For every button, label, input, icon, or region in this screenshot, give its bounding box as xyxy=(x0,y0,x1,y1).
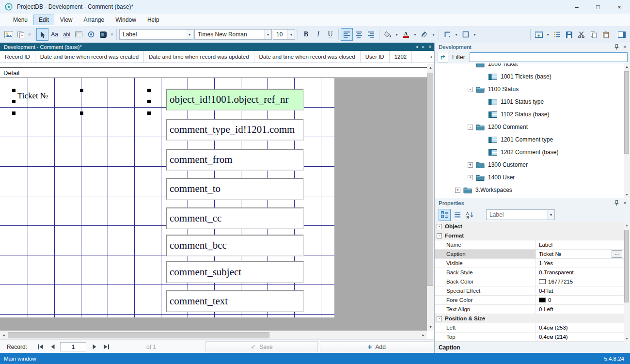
font-size-combo[interactable]: 10▾ xyxy=(273,29,295,40)
view-mode-button[interactable] xyxy=(2,28,15,41)
scrollbar-thumb[interactable] xyxy=(427,73,433,286)
textbox-comment-subject[interactable]: comment_subject xyxy=(166,261,304,283)
close-button[interactable]: × xyxy=(609,0,630,14)
scroll-left-icon[interactable]: ◄ xyxy=(0,331,7,339)
paste-button[interactable] xyxy=(599,28,612,41)
property-value[interactable]: 0,4см (214) xyxy=(536,332,624,341)
scroll-up-icon[interactable]: ▲ xyxy=(624,222,630,228)
select-tool-button[interactable] xyxy=(36,28,48,41)
property-row-special-effect[interactable]: Special Effect0-Flat xyxy=(435,286,624,296)
chevron-down-icon[interactable]: ▾ xyxy=(545,28,551,41)
ellipsis-button[interactable]: ... xyxy=(612,250,622,258)
field-button-record-id[interactable]: Record ID xyxy=(0,51,35,63)
selection-handle[interactable] xyxy=(147,89,151,92)
alphabetical-view-button[interactable] xyxy=(451,209,463,221)
textbox-comment-type-id-1201-comm[interactable]: comment_type_id!1201.comm xyxy=(166,119,304,141)
align-left-button[interactable] xyxy=(341,28,353,41)
minimize-button[interactable]: – xyxy=(566,0,587,14)
copy-object-button[interactable] xyxy=(15,28,27,41)
maximize-button[interactable]: □ xyxy=(587,0,609,14)
align-right-button[interactable] xyxy=(365,28,377,41)
textbox-comment-to[interactable]: comment_to xyxy=(166,178,304,200)
chevron-down-icon[interactable]: ▾ xyxy=(472,28,478,41)
property-row-left[interactable]: Left0,4см (253) xyxy=(435,323,624,332)
chevron-down-icon[interactable]: ▾ xyxy=(430,28,437,41)
property-row-fore-color[interactable]: Fore Color0 xyxy=(435,296,624,305)
tree-item-1201-comment-type[interactable]: +1201 Comment type xyxy=(435,133,624,146)
tree-item-1102-status-base[interactable]: +1102 Status (base) xyxy=(435,108,624,121)
property-row-back-color[interactable]: Back Color16777215 xyxy=(435,277,624,286)
property-value[interactable]: 0-Flat xyxy=(536,286,624,295)
bold-button[interactable]: B xyxy=(300,28,312,41)
label-tool-button[interactable]: Aa xyxy=(48,28,61,41)
pin-button[interactable] xyxy=(614,200,619,206)
property-group-format[interactable]: -Format xyxy=(435,231,624,240)
font-color-button[interactable]: A xyxy=(400,28,412,41)
selection-handle[interactable] xyxy=(12,89,16,92)
expand-icon[interactable]: + xyxy=(455,188,460,193)
style-selector-combo[interactable]: Label▾ xyxy=(119,29,193,40)
cut-button[interactable] xyxy=(575,28,587,41)
button-tool-button[interactable] xyxy=(73,28,85,41)
save-toolbar-button[interactable] xyxy=(563,28,575,41)
border-style-button[interactable] xyxy=(441,28,453,41)
property-row-visible[interactable]: Visible1-Yes xyxy=(435,259,624,268)
tree-item-1001-tickets-base[interactable]: +1001 Tickets (base) xyxy=(435,70,624,83)
record-number-input[interactable] xyxy=(60,342,86,351)
line-width-button[interactable] xyxy=(459,28,472,41)
tree-item-1400-user[interactable]: +1400 User xyxy=(435,171,624,184)
tree-item-1000-ticket[interactable]: +1000 Ticket xyxy=(435,63,624,70)
chevron-down-icon[interactable]: ▾ xyxy=(264,30,271,39)
collapse-icon[interactable]: - xyxy=(437,224,442,229)
menu-help[interactable]: Help xyxy=(142,15,165,25)
property-row-top[interactable]: Top0,4см (214) xyxy=(435,332,624,342)
option-tool-button[interactable] xyxy=(85,28,97,41)
object-selector-combo[interactable]: Label▾ xyxy=(486,209,555,220)
tab-development-comment[interactable]: Development - Comment (base)* xyxy=(0,44,86,50)
textbox-comment-bcc[interactable]: comment_bcc xyxy=(166,235,304,256)
field-list-button[interactable] xyxy=(551,28,563,41)
chevron-down-icon[interactable]: ▾ xyxy=(453,28,459,41)
fill-color-button[interactable] xyxy=(381,28,394,41)
filter-input[interactable] xyxy=(470,52,628,62)
property-value[interactable]: 16777215 xyxy=(536,277,624,286)
designer-vertical-scrollbar[interactable]: ▲ ▼ xyxy=(427,64,434,331)
expand-icon[interactable]: + xyxy=(468,162,473,168)
field-button-date-and-time-when-record-was-updated[interactable]: Date and time when record was updated xyxy=(144,51,254,63)
tree-item-1100-status[interactable]: -1100 Status xyxy=(435,83,624,95)
scroll-down-icon[interactable]: ▼ xyxy=(427,323,434,331)
tree-item-1300-customer[interactable]: +1300 Customer xyxy=(435,158,624,171)
selection-handle[interactable] xyxy=(12,100,16,103)
collapse-icon[interactable]: - xyxy=(437,233,442,238)
scroll-right-icon[interactable]: ► xyxy=(420,331,427,339)
property-row-text-align[interactable]: Text Align0-Left xyxy=(435,305,624,314)
chevron-down-icon[interactable]: ▾ xyxy=(547,210,554,220)
chevron-down-icon[interactable]: ▾ xyxy=(394,28,400,41)
close-panel-icon[interactable]: × xyxy=(623,44,627,50)
property-value[interactable]: Ticket №... xyxy=(536,250,624,258)
textbox-comment-cc[interactable]: comment_cc xyxy=(166,207,304,229)
toolbar-overflow-button[interactable]: » xyxy=(109,32,114,36)
scroll-down-icon[interactable]: ▼ xyxy=(624,335,630,342)
textbox-tool-button[interactable]: abl xyxy=(61,28,73,41)
menu-window[interactable]: Window xyxy=(110,15,142,25)
property-value[interactable]: 0 xyxy=(536,296,624,304)
tree-scrollbar[interactable]: ▲ ▼ xyxy=(624,63,630,198)
expand-icon[interactable]: + xyxy=(468,175,473,180)
property-row-back-style[interactable]: Back Style0-Transparent xyxy=(435,268,624,277)
field-button-date-and-time-when-record-was-closed[interactable]: Date and time when record was closed xyxy=(254,51,361,63)
sort-button[interactable]: АЯ xyxy=(464,209,476,221)
property-value[interactable]: 1-Yes xyxy=(536,259,624,268)
textbox-object-id-1001-object-ref-nr[interactable]: object_id!1001.object_ref_nr xyxy=(166,89,304,111)
scrollbar-thumb[interactable] xyxy=(624,71,629,154)
tab-scroll-right-icon[interactable]: ► xyxy=(422,45,425,48)
tree-item-1101-status-type[interactable]: +1101 Status type xyxy=(435,95,624,108)
design-canvas[interactable]: Ticket № object_id!1001.object_ref_nrcom… xyxy=(0,78,427,331)
field-button-date-and-time-when-record-was-created[interactable]: Date and time when record was created xyxy=(35,51,144,63)
selection-handle[interactable] xyxy=(12,111,16,115)
first-record-button[interactable] xyxy=(35,342,46,351)
menu-edit[interactable]: Edit xyxy=(33,15,54,25)
chevron-down-icon[interactable]: ▾ xyxy=(287,30,295,39)
selection-handle[interactable] xyxy=(80,111,83,115)
field-button-1202[interactable]: 1202 xyxy=(390,51,412,63)
